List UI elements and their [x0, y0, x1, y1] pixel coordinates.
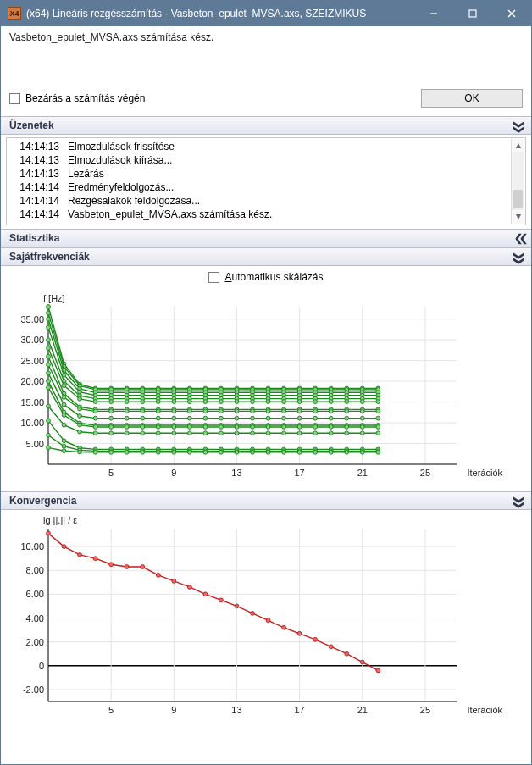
svg-point-255 — [62, 413, 66, 418]
svg-text:lg ||.|| / ε: lg ||.|| / ε — [43, 515, 77, 525]
svg-point-297 — [376, 431, 380, 435]
svg-point-414 — [345, 651, 349, 656]
svg-text:17: 17 — [294, 705, 304, 715]
svg-point-289 — [251, 431, 255, 435]
messages-scrollbar[interactable]: ▴ ▾ — [511, 139, 524, 224]
svg-text:9: 9 — [171, 468, 176, 478]
message-row: 14:14:13Lezárás — [12, 167, 510, 180]
svg-point-410 — [282, 625, 286, 629]
svg-point-213 — [93, 416, 97, 420]
svg-point-268 — [266, 425, 270, 430]
svg-point-259 — [125, 425, 129, 430]
svg-point-166 — [47, 354, 51, 358]
svg-point-293 — [313, 431, 318, 435]
svg-point-351 — [187, 450, 191, 454]
svg-point-411 — [297, 631, 302, 635]
svg-point-277 — [62, 423, 66, 427]
svg-point-290 — [266, 431, 270, 435]
svg-point-360 — [329, 450, 333, 454]
section-header-convergence[interactable]: Konvergencia ❯❯ — [1, 491, 531, 510]
svg-point-286 — [203, 431, 208, 435]
svg-point-412 — [313, 637, 318, 641]
svg-text:0: 0 — [39, 661, 44, 671]
svg-text:35.00: 35.00 — [20, 314, 44, 324]
scroll-thumb[interactable] — [513, 190, 523, 208]
svg-point-416 — [376, 668, 380, 673]
svg-point-262 — [172, 425, 176, 430]
svg-point-210 — [47, 371, 51, 375]
svg-text:21: 21 — [357, 705, 368, 715]
svg-point-291 — [282, 431, 286, 435]
svg-point-405 — [203, 592, 208, 596]
svg-point-296 — [360, 431, 364, 435]
svg-point-285 — [187, 431, 191, 435]
svg-point-348 — [141, 450, 145, 454]
svg-point-78 — [47, 317, 51, 321]
autoscale-checkbox[interactable] — [208, 272, 219, 283]
svg-text:2.00: 2.00 — [26, 637, 44, 647]
chevron-down-icon: ❯❯ — [513, 496, 525, 506]
svg-point-200 — [235, 409, 239, 413]
titlebar[interactable]: X4 (x64) Lineáris rezgésszámítás - Vasbe… — [1, 1, 531, 26]
svg-text:25.00: 25.00 — [20, 356, 44, 366]
close-after-calc-checkbox[interactable] — [9, 93, 20, 104]
svg-point-206 — [329, 409, 333, 413]
svg-point-396 — [62, 545, 66, 549]
svg-text:-2.00: -2.00 — [23, 685, 44, 695]
svg-point-162 — [329, 400, 333, 404]
svg-point-204 — [297, 409, 302, 413]
svg-point-273 — [345, 425, 349, 430]
svg-point-218 — [172, 416, 176, 420]
ok-button[interactable]: OK — [421, 89, 523, 108]
svg-point-350 — [172, 450, 176, 454]
svg-point-158 — [266, 400, 270, 404]
svg-point-358 — [297, 450, 302, 454]
svg-text:21: 21 — [357, 468, 368, 478]
chart-convergence: -2.0002.004.006.008.0010.005913172125lg … — [9, 513, 523, 723]
svg-point-288 — [235, 431, 239, 435]
svg-point-205 — [313, 409, 318, 413]
svg-point-281 — [125, 431, 129, 435]
svg-point-163 — [345, 400, 349, 404]
message-text: Elmozdulások kiírása... — [68, 153, 172, 167]
svg-point-292 — [297, 431, 302, 435]
svg-text:30.00: 30.00 — [20, 335, 44, 345]
messages-list: 14:14:13Elmozdulások frissítése14:14:13E… — [6, 137, 526, 225]
svg-point-151 — [156, 400, 160, 404]
message-text: Eredményfeldolgozás... — [68, 180, 174, 194]
section-header-frequencies[interactable]: Sajátfrekvenciák ❯❯ — [1, 247, 531, 266]
svg-point-224 — [266, 416, 270, 420]
svg-point-152 — [172, 400, 176, 404]
svg-point-225 — [282, 416, 286, 420]
svg-text:25: 25 — [420, 468, 430, 478]
message-text: Lezárás — [68, 167, 104, 180]
message-time: 14:14:14 — [12, 180, 59, 194]
svg-point-220 — [203, 416, 208, 420]
close-button[interactable] — [492, 1, 531, 26]
section-header-stats[interactable]: Statisztika ❮❮ — [1, 229, 531, 247]
svg-text:f [Hz]: f [Hz] — [43, 293, 65, 303]
svg-text:8.00: 8.00 — [26, 565, 44, 575]
message-row: 14:14:14Vasbeton_epulet_MVSA.axs számítá… — [12, 208, 510, 221]
scroll-up-icon[interactable]: ▴ — [512, 139, 525, 152]
section-header-messages[interactable]: Üzenetek ❯❯ — [1, 116, 531, 135]
svg-rect-1 — [469, 10, 476, 17]
svg-point-349 — [156, 450, 160, 454]
svg-point-344 — [78, 450, 82, 454]
svg-text:Iterációk: Iterációk — [467, 705, 502, 715]
svg-point-357 — [282, 450, 286, 454]
svg-point-284 — [172, 431, 176, 435]
svg-text:17: 17 — [294, 468, 304, 478]
svg-point-145 — [62, 384, 66, 388]
svg-point-201 — [251, 409, 255, 413]
svg-point-321 — [62, 444, 66, 448]
svg-point-258 — [109, 425, 114, 430]
minimize-button[interactable] — [414, 1, 453, 26]
scroll-down-icon[interactable]: ▾ — [512, 210, 525, 224]
svg-point-404 — [187, 585, 191, 590]
message-text: Elmozdulások frissítése — [68, 140, 175, 153]
svg-point-346 — [109, 450, 114, 454]
svg-point-212 — [78, 414, 82, 419]
maximize-button[interactable] — [453, 1, 492, 26]
svg-point-148 — [109, 400, 114, 404]
